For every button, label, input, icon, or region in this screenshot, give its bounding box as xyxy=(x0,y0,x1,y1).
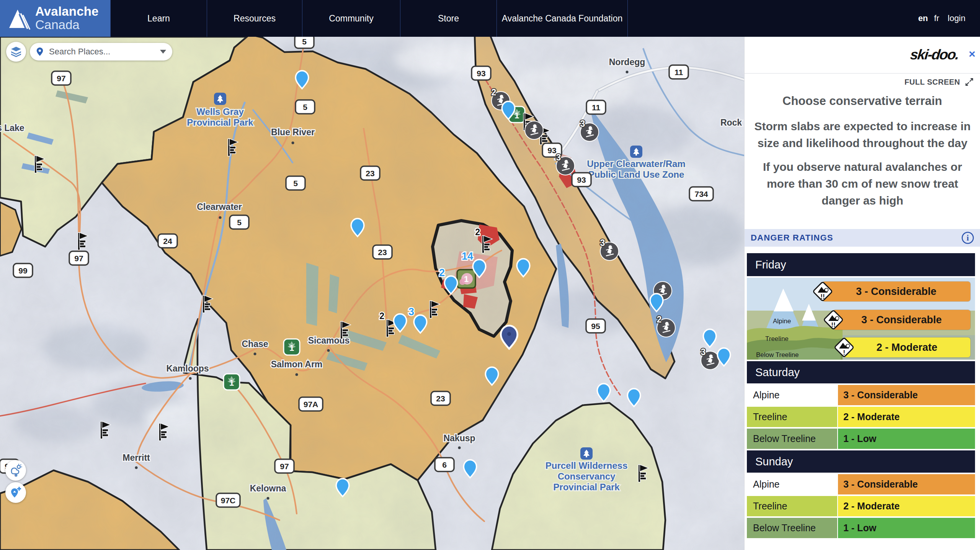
search-dropdown-chevron[interactable] xyxy=(160,50,166,54)
highway-shield: 97 xyxy=(52,71,71,85)
svg-text:Wells GrayProvincial Park: Wells GrayProvincial Park xyxy=(187,106,253,128)
svg-text:6: 6 xyxy=(442,460,447,469)
close-icon[interactable]: × xyxy=(969,48,975,60)
sidebar-divider xyxy=(745,73,980,74)
danger-ratings-title: DANGER RATINGS xyxy=(745,233,833,243)
weather-station-icon[interactable] xyxy=(341,322,350,339)
park-icon xyxy=(630,146,642,158)
band-label-alpine: Alpine xyxy=(773,318,791,325)
day-header-sunday: Sunday xyxy=(747,450,975,473)
add-report-button[interactable] xyxy=(5,482,26,503)
highway-shield: 24 xyxy=(158,234,177,248)
day-header-saturday: Saturday xyxy=(747,361,975,383)
town-label: s Lake xyxy=(0,123,24,133)
terrain-texture-fine xyxy=(0,37,744,550)
danger-diamond-icon: !! xyxy=(810,279,835,304)
weather-station-icon[interactable] xyxy=(159,424,168,440)
highway-shield: 23 xyxy=(431,391,450,405)
highway-shield: 97C xyxy=(216,493,240,507)
svg-text:3: 3 xyxy=(556,152,561,162)
weather-station-icon[interactable] xyxy=(101,422,110,439)
map-layers-button[interactable] xyxy=(6,42,26,62)
svg-text:Kelowna: Kelowna xyxy=(250,483,286,493)
svg-text:Upper Clearwater/RamPublic Lan: Upper Clearwater/RamPublic Land Use Zone xyxy=(587,159,685,180)
rating-value-cell: 1 - Low xyxy=(838,429,975,449)
login-link[interactable]: login xyxy=(948,13,965,23)
svg-text:Purcell WildernessConservancyP: Purcell WildernessConservancyProvincial … xyxy=(546,460,628,492)
nav-item-community[interactable]: Community xyxy=(302,0,400,37)
lang-fr[interactable]: fr xyxy=(934,13,939,23)
svg-text:!!: !! xyxy=(831,321,835,329)
svg-text:5: 5 xyxy=(303,103,307,111)
webcam-icon[interactable]: 1 xyxy=(457,270,475,288)
svg-text:97C: 97C xyxy=(221,496,236,505)
svg-text:93: 93 xyxy=(577,175,586,184)
highway-shield: 97 xyxy=(69,251,88,265)
highway-shield: 5 xyxy=(286,176,305,190)
layers-icon xyxy=(10,46,22,57)
friday-rating-bar: 3 - Considerable xyxy=(822,282,970,301)
weather-station-icon[interactable] xyxy=(430,301,439,318)
search-input[interactable] xyxy=(48,46,160,57)
weather-station-icon[interactable] xyxy=(639,465,648,482)
lang-en[interactable]: en xyxy=(918,13,928,23)
nav-item-store[interactable]: Store xyxy=(400,0,497,37)
highway-shield: 5 xyxy=(296,100,315,114)
info-icon[interactable]: i xyxy=(960,231,975,247)
svg-text:Kamloops: Kamloops xyxy=(166,363,209,373)
expand-icon xyxy=(964,77,975,87)
rating-row: Below Treeline1 - Low xyxy=(747,518,975,538)
nav-item-learn[interactable]: Learn xyxy=(110,0,207,37)
danger-diamond-icon: ! xyxy=(832,335,856,360)
svg-text:23: 23 xyxy=(436,394,445,403)
forecast-map[interactable]: Wells GrayProvincial ParkUpper Clearwate… xyxy=(0,37,744,550)
svg-text:2: 2 xyxy=(439,267,445,278)
weather-station-icon[interactable] xyxy=(35,156,44,173)
svg-text:i: i xyxy=(967,233,969,242)
nav-item-resources[interactable]: Resources xyxy=(207,0,302,37)
rating-row: Alpine3 - Considerable xyxy=(747,474,975,494)
nav-item-avalanche-canada-foundation[interactable]: Avalanche Canada Foundation xyxy=(497,0,628,37)
search-places[interactable] xyxy=(30,43,172,61)
report-cluster-marker[interactable] xyxy=(525,121,543,139)
weather-station-icon[interactable] xyxy=(203,296,212,313)
fullscreen-button[interactable]: FULL SCREEN xyxy=(905,77,975,87)
svg-text:97: 97 xyxy=(57,74,65,83)
svg-text:99: 99 xyxy=(18,266,27,275)
svg-text:2: 2 xyxy=(657,314,662,324)
fullscreen-label: FULL SCREEN xyxy=(905,78,960,87)
highway-shield: 11 xyxy=(586,100,606,114)
svg-text:1: 1 xyxy=(289,343,294,353)
mountain-logo-icon xyxy=(6,6,31,31)
sponsor-logo[interactable]: ski-doo xyxy=(910,47,959,63)
friday-rating-bar: 3 - Considerable xyxy=(833,310,970,330)
svg-text:97A: 97A xyxy=(304,400,318,409)
weather-tool-button[interactable]: ❄ xyxy=(5,460,26,481)
rating-value-cell: 2 - Moderate xyxy=(838,496,975,516)
highway-shield: 1 xyxy=(224,374,240,390)
elevation-band-cell: Alpine xyxy=(747,385,837,405)
svg-text:Merritt: Merritt xyxy=(122,453,150,463)
highway-shield: 97A xyxy=(299,397,323,411)
danger-rating-cards: Friday Alpine Treeline Below Treeline 3 … xyxy=(747,253,975,540)
svg-text:Clearwater: Clearwater xyxy=(197,202,242,212)
highway-shield: 23 xyxy=(373,245,392,259)
svg-text:23: 23 xyxy=(366,169,374,178)
rating-row: Below Treeline1 - Low xyxy=(747,429,975,449)
svg-text:5: 5 xyxy=(293,179,298,188)
svg-text:s Lake: s Lake xyxy=(0,123,24,133)
svg-text:93: 93 xyxy=(547,146,556,155)
rating-value-cell: 1 - Low xyxy=(838,518,975,538)
danger-ratings-header: DANGER RATINGS i xyxy=(745,229,980,247)
svg-text:!!: !! xyxy=(820,293,825,300)
brand-logo[interactable]: Avalanche Canada xyxy=(0,0,110,37)
svg-text:3: 3 xyxy=(701,347,706,357)
svg-text:23: 23 xyxy=(378,248,387,257)
highway-shield: 6 xyxy=(435,458,454,471)
friday-rating-bar: 2 - Moderate xyxy=(843,337,970,357)
svg-text:2: 2 xyxy=(379,311,384,321)
forecast-summary-2: If you observe natural avalanches or mor… xyxy=(753,159,972,209)
weather-station-icon[interactable] xyxy=(78,233,87,250)
weather-station-icon[interactable] xyxy=(228,139,237,156)
svg-text:2: 2 xyxy=(475,227,480,237)
